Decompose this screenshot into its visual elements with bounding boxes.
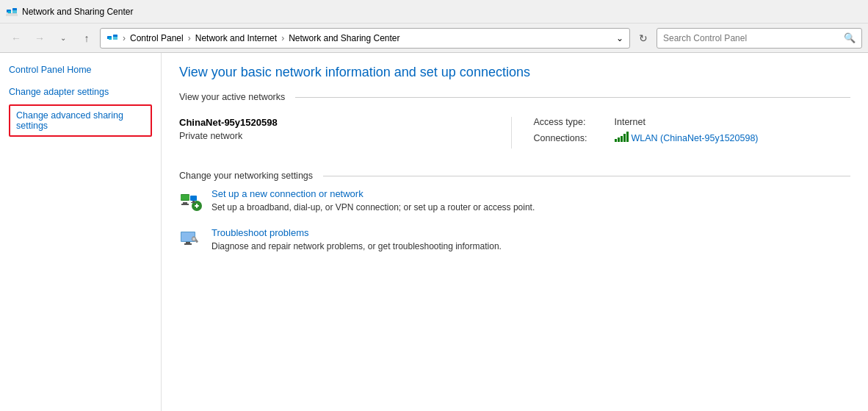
change-settings-label: Change your networking settings	[179, 171, 313, 181]
sidebar-advanced-sharing[interactable]: Change advanced sharing settings	[16, 110, 145, 131]
svg-rect-22	[186, 242, 190, 243]
settings-section: Set up a new connection or network Set u…	[179, 188, 850, 253]
svg-rect-12	[183, 202, 187, 204]
title-bar-icon	[6, 6, 18, 18]
active-networks-label: View your active networks	[179, 92, 285, 102]
svg-rect-18	[192, 201, 195, 202]
breadcrumb-separator-2: ›	[188, 33, 191, 43]
page-title: View your basic network information and …	[179, 65, 850, 80]
breadcrumb-network-sharing[interactable]: Network and Sharing Center	[289, 33, 399, 43]
breadcrumb-control-panel[interactable]: Control Panel	[130, 33, 184, 43]
connections-label: Connections:	[534, 133, 615, 143]
troubleshoot-item: Troubleshoot problems Diagnose and repai…	[179, 227, 850, 253]
signal-bar-2	[618, 137, 620, 142]
back-button[interactable]: ←	[6, 28, 26, 49]
up-icon: ↑	[84, 32, 90, 44]
svg-rect-11	[181, 195, 189, 200]
troubleshoot-desc: Diagnose and repair network problems, or…	[211, 241, 502, 251]
content-area: View your basic network information and …	[162, 53, 868, 411]
up-button[interactable]: ↑	[76, 28, 97, 49]
svg-rect-8	[109, 37, 112, 40]
setup-connection-desc: Set up a broadband, dial-up, or VPN conn…	[211, 202, 535, 212]
title-bar: Network and Sharing Center	[0, 0, 868, 24]
back-icon: ←	[11, 32, 21, 44]
svg-rect-13	[181, 204, 189, 205]
troubleshoot-svg-icon	[179, 227, 203, 251]
setup-connection-item: Set up a new connection or network Set u…	[179, 188, 850, 214]
svg-rect-17	[190, 196, 197, 201]
highlighted-link-box: Change advanced sharing settings	[9, 104, 152, 137]
setup-connection-link[interactable]: Set up a new connection or network	[211, 188, 850, 199]
network-name: ChinaNet-95y1520598	[179, 117, 496, 128]
refresh-button[interactable]: ↻	[633, 28, 654, 49]
breadcrumb-network-icon	[106, 32, 118, 44]
title-bar-text: Network and Sharing Center	[22, 7, 133, 17]
connections-link[interactable]: WLAN (ChinaNet-95y1520598)	[632, 133, 759, 143]
network-right: Access type: Internet Connections:	[512, 117, 851, 149]
nav-bar: ← → ⌄ ↑ › Control Panel › Network and In…	[0, 24, 868, 53]
change-settings-header: Change your networking settings	[179, 171, 850, 181]
access-type-row: Access type: Internet	[534, 117, 851, 127]
dropdown-button[interactable]: ⌄	[53, 28, 73, 49]
signal-bar-4	[623, 134, 626, 142]
signal-bar-5	[626, 132, 629, 142]
search-input[interactable]	[663, 33, 841, 43]
access-type-label: Access type:	[534, 117, 615, 127]
address-bar[interactable]: › Control Panel › Network and Internet ›…	[100, 28, 630, 49]
signal-bar-1	[615, 139, 617, 142]
access-type-value: Internet	[615, 117, 645, 127]
forward-button[interactable]: →	[29, 28, 50, 49]
troubleshoot-link[interactable]: Troubleshoot problems	[211, 227, 850, 238]
troubleshoot-icon	[179, 227, 203, 251]
svg-rect-9	[113, 37, 117, 40]
sidebar: Control Panel Home Change adapter settin…	[0, 53, 162, 411]
new-connection-svg-icon	[179, 188, 203, 212]
setup-connection-text: Set up a new connection or network Set u…	[211, 188, 850, 214]
network-type: Private network	[179, 131, 496, 141]
setup-connection-icon	[179, 188, 203, 212]
signal-bar-3	[621, 136, 623, 142]
sidebar-home-link[interactable]: Control Panel Home	[9, 65, 152, 75]
breadcrumb-network-internet[interactable]: Network and Internet	[195, 33, 277, 43]
breadcrumb-separator-1: ›	[123, 33, 126, 43]
sidebar-links-section: Change adapter settings Change advanced …	[9, 87, 152, 137]
search-box[interactable]: 🔍	[657, 28, 862, 49]
svg-point-26	[193, 237, 195, 240]
forward-icon: →	[35, 32, 45, 44]
network-info-area: ChinaNet-95y1520598 Private network Acce…	[179, 110, 850, 156]
search-icon: 🔍	[844, 32, 856, 43]
main-layout: Control Panel Home Change adapter settin…	[0, 53, 868, 411]
breadcrumb-dropdown-icon: ⌄	[616, 33, 623, 43]
svg-rect-3	[12, 10, 17, 13]
sidebar-adapter-settings[interactable]: Change adapter settings	[9, 87, 152, 97]
chevron-down-icon: ⌄	[60, 34, 66, 42]
wifi-signal-icon	[615, 132, 629, 142]
refresh-icon: ↻	[639, 32, 648, 44]
svg-rect-16	[196, 204, 198, 208]
signal-bars-icon	[615, 132, 632, 144]
troubleshoot-text: Troubleshoot problems Diagnose and repai…	[211, 227, 850, 253]
network-left: ChinaNet-95y1520598 Private network	[179, 117, 512, 149]
svg-rect-23	[184, 243, 192, 245]
connections-row: Connections: WLAN (ChinaNet-95y1520598)	[534, 132, 851, 144]
svg-rect-2	[8, 11, 11, 13]
svg-rect-5	[6, 14, 18, 16]
breadcrumb-separator-3: ›	[281, 33, 284, 43]
active-networks-header: View your active networks	[179, 92, 850, 102]
svg-rect-19	[191, 202, 196, 203]
